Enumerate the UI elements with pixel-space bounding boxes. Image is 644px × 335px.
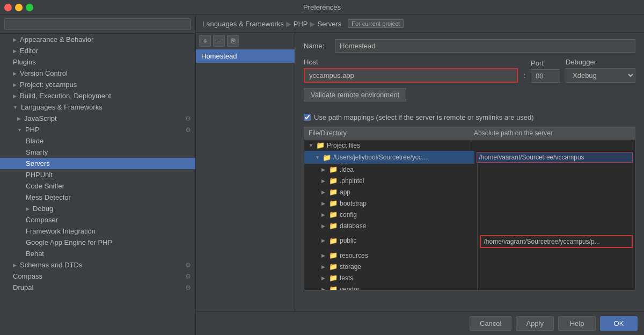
sidebar-item-project[interactable]: Project: yccampus xyxy=(0,79,195,90)
tree-item-database: ▶ 📁 database xyxy=(304,220,635,231)
abs-path-input[interactable] xyxy=(477,152,633,163)
sidebar-item-behat[interactable]: Behat xyxy=(0,248,195,259)
tree-root-right xyxy=(471,140,635,151)
path-mappings-checkbox-row: Use path mappings (select if the server … xyxy=(304,113,635,121)
name-field-row: Name: xyxy=(304,39,635,53)
sidebar-item-languages-frameworks[interactable]: Languages & Frameworks xyxy=(0,101,195,113)
sidebar-search-container xyxy=(0,15,195,34)
idea-expand: ▶ xyxy=(321,167,327,172)
breadcrumb-part-3: Servers xyxy=(317,20,341,28)
tree-item-tests: ▶ 📁 tests xyxy=(304,272,635,283)
tree-item-resources: ▶ 📁 resources xyxy=(304,250,635,261)
sidebar-scroll: Appearance & Behavior Editor Plugins Ver… xyxy=(0,34,195,335)
tree-root-label: Project files xyxy=(327,142,360,149)
add-server-button[interactable]: + xyxy=(199,35,211,47)
copy-icon: ⎘ xyxy=(231,37,235,45)
sidebar-item-javascript[interactable]: JavaScript ⚙ xyxy=(0,113,195,124)
sidebar-item-build[interactable]: Build, Execution, Deployment xyxy=(0,90,195,101)
path-mappings-checkbox[interactable] xyxy=(304,114,311,121)
debugger-select[interactable]: Xdebug Zend Debugger xyxy=(566,68,635,83)
sidebar-item-compass[interactable]: Compass ⚙ xyxy=(0,271,195,282)
sidebar-item-phpunit[interactable]: PHPUnit xyxy=(0,169,195,180)
server-list-pane: + − ⎘ Homestead xyxy=(196,33,295,311)
breadcrumb-part-2: PHP xyxy=(294,20,308,28)
plus-icon: + xyxy=(203,37,207,45)
compass-gear-icon: ⚙ xyxy=(185,273,191,280)
server-list-toolbar: + − ⎘ xyxy=(196,33,295,49)
window-controls xyxy=(4,4,33,11)
port-group: Port xyxy=(531,59,560,83)
server-list-scroll: Homestead xyxy=(196,49,295,311)
php-gear-icon: ⚙ xyxy=(185,126,191,134)
sidebar-item-drupal[interactable]: Drupal ⚙ xyxy=(0,282,195,293)
maximize-button[interactable] xyxy=(26,4,33,11)
sidebar-item-debug[interactable]: Debug xyxy=(0,203,195,214)
sidebar-item-smarty[interactable]: Smarty xyxy=(0,147,195,158)
sidebar-item-composer[interactable]: Composer xyxy=(0,214,195,225)
sidebar-item-mess-detector[interactable]: Mess Detector xyxy=(0,192,195,203)
tree-selected-row[interactable]: ▼ 📁 /Users/jellybool/Sourcetree/ycc… xyxy=(304,151,635,164)
sidebar-item-editor[interactable]: Editor xyxy=(0,45,195,56)
name-input[interactable] xyxy=(335,39,635,53)
minus-icon: − xyxy=(217,37,221,45)
sidebar-item-schemas[interactable]: Schemas and DTDs ⚙ xyxy=(0,259,195,271)
breadcrumb-sep-2: ▶ xyxy=(310,20,315,28)
tree-item-config: ▶ 📁 config xyxy=(304,209,635,220)
debugger-group: Debugger Xdebug Zend Debugger xyxy=(566,58,635,83)
apply-button[interactable]: Apply xyxy=(516,316,554,331)
server-detail-pane: Name: Host : Port Debugger xyxy=(295,33,644,311)
sidebar-item-blade[interactable]: Blade xyxy=(0,135,195,147)
host-group: Host xyxy=(304,58,518,83)
sidebar-item-appearance[interactable]: Appearance & Behavior xyxy=(0,34,195,45)
remove-server-button[interactable]: − xyxy=(213,35,225,47)
sidebar-item-google-app-engine[interactable]: Google App Engine for PHP xyxy=(0,237,195,248)
port-input[interactable] xyxy=(531,69,560,83)
tree-item-vendor: ▶ 📁 vendor xyxy=(304,283,635,290)
search-input[interactable] xyxy=(4,18,191,30)
sidebar-item-version-control[interactable]: Version Control xyxy=(0,68,195,79)
debugger-label: Debugger xyxy=(566,58,635,66)
copy-server-button[interactable]: ⎘ xyxy=(227,35,239,47)
root-expand-icon: ▼ xyxy=(309,143,314,148)
mapping-table: File/Directory Absolute path on the serv… xyxy=(304,127,635,290)
right-panel: Languages & Frameworks ▶ PHP ▶ Servers F… xyxy=(196,15,644,335)
selected-folder-icon: 📁 xyxy=(323,154,331,162)
sidebar-item-servers[interactable]: Servers xyxy=(0,158,195,169)
main-content: Appearance & Behavior Editor Plugins Ver… xyxy=(0,15,644,335)
validate-remote-button[interactable]: Validate remote environment xyxy=(304,88,406,101)
project-badge: For current project xyxy=(348,19,404,28)
sidebar-item-code-sniffer[interactable]: Code Sniffer xyxy=(0,180,195,192)
sidebar-item-framework-integration[interactable]: Framework Integration xyxy=(0,225,195,237)
server-list-item-homestead[interactable]: Homestead xyxy=(196,49,295,63)
sidebar-item-php[interactable]: PHP ⚙ xyxy=(0,124,195,135)
tree-item-public: ▶ 📁 public /home/vagrant/Sourcetree/ycca… xyxy=(304,231,635,250)
cancel-button[interactable]: Cancel xyxy=(470,316,511,331)
help-button[interactable]: Help xyxy=(558,316,596,331)
drupal-gear-icon: ⚙ xyxy=(185,284,191,292)
window-title: Preferences xyxy=(303,3,341,11)
mapping-table-header: File/Directory Absolute path on the serv… xyxy=(304,127,635,140)
tree-item-app: ▶ 📁 app xyxy=(304,186,635,198)
server-panel: + − ⎘ Homestead xyxy=(196,33,644,311)
sidebar: Appearance & Behavior Editor Plugins Ver… xyxy=(0,15,196,335)
tree-selected-path: /Users/jellybool/Sourcetree/ycc… xyxy=(333,154,428,161)
ok-button[interactable]: OK xyxy=(600,316,638,331)
tree-root-row: ▼ 📁 Project files xyxy=(304,140,635,151)
colon-separator: : xyxy=(523,71,525,83)
javascript-gear-icon: ⚙ xyxy=(185,115,191,122)
tree-item-storage: ▶ 📁 storage xyxy=(304,261,635,272)
minimize-button[interactable] xyxy=(15,4,23,11)
tree-item-idea: ▶ 📁 .idea xyxy=(304,164,635,175)
sidebar-item-plugins[interactable]: Plugins xyxy=(0,56,195,68)
mapping-tree: ▼ 📁 Project files ▼ 📁 /Users/jell xyxy=(304,140,635,290)
public-abs-path-display: /home/vagrant/Sourcetree/yccampus/p... xyxy=(480,235,633,248)
selected-expand-icon: ▼ xyxy=(315,155,320,160)
breadcrumb-sep-1: ▶ xyxy=(286,20,291,28)
close-button[interactable] xyxy=(4,4,12,11)
host-input[interactable] xyxy=(304,68,518,83)
root-folder-icon: 📁 xyxy=(316,141,325,149)
tree-item-bootstrap: ▶ 📁 bootstrap xyxy=(304,198,635,209)
tree-root-left: ▼ 📁 Project files xyxy=(304,140,471,151)
tree-item-phpintel: ▶ 📁 .phpintel xyxy=(304,175,635,186)
path-mappings-label: Use path mappings (select if the server … xyxy=(314,113,534,121)
